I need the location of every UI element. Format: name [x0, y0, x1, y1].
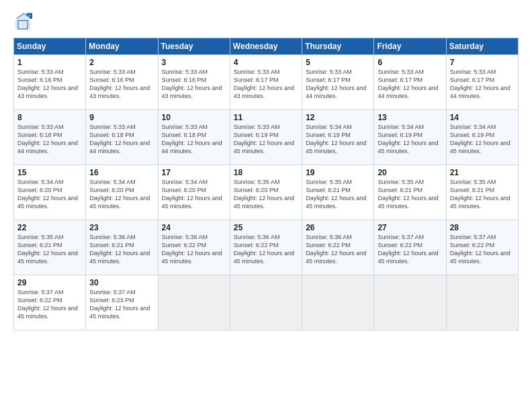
- day-number: 5: [306, 58, 371, 67]
- calendar-cell: 21 Sunrise: 5:35 AMSunset: 6:21 PMDaylig…: [446, 165, 518, 220]
- day-info: Sunrise: 5:35 AMSunset: 6:21 PMDaylight:…: [450, 179, 511, 210]
- day-info: Sunrise: 5:33 AMSunset: 6:16 PMDaylight:…: [162, 68, 222, 99]
- calendar-page: SundayMondayTuesdayWednesdayThursdayFrid…: [0, 0, 532, 411]
- weekday-header-sunday: Sunday: [14, 38, 86, 55]
- weekday-header-monday: Monday: [86, 38, 158, 55]
- day-info: Sunrise: 5:33 AMSunset: 6:16 PMDaylight:…: [89, 68, 150, 99]
- day-info: Sunrise: 5:34 AMSunset: 6:19 PMDaylight:…: [306, 124, 366, 154]
- day-info: Sunrise: 5:34 AMSunset: 6:19 PMDaylight:…: [450, 124, 511, 154]
- calendar-cell: 25 Sunrise: 5:36 AMSunset: 6:22 PMDaylig…: [230, 220, 302, 275]
- calendar-cell: 2 Sunrise: 5:33 AMSunset: 6:16 PMDayligh…: [86, 55, 158, 110]
- calendar-cell: [446, 275, 518, 330]
- calendar-cell: 3 Sunrise: 5:33 AMSunset: 6:16 PMDayligh…: [158, 55, 230, 110]
- day-info: Sunrise: 5:36 AMSunset: 6:22 PMDaylight:…: [306, 234, 366, 265]
- week-row-2: 8 Sunrise: 5:33 AMSunset: 6:18 PMDayligh…: [14, 110, 519, 165]
- day-number: 16: [89, 168, 154, 177]
- day-info: Sunrise: 5:36 AMSunset: 6:22 PMDaylight:…: [234, 234, 294, 265]
- calendar-cell: 17 Sunrise: 5:34 AMSunset: 6:20 PMDaylig…: [158, 165, 230, 220]
- day-number: 20: [378, 168, 443, 177]
- week-row-4: 22 Sunrise: 5:35 AMSunset: 6:21 PMDaylig…: [14, 220, 519, 275]
- calendar-cell: 11 Sunrise: 5:33 AMSunset: 6:19 PMDaylig…: [230, 110, 302, 165]
- day-info: Sunrise: 5:34 AMSunset: 6:19 PMDaylight:…: [378, 124, 438, 154]
- day-number: 19: [306, 168, 371, 177]
- day-info: Sunrise: 5:33 AMSunset: 6:18 PMDaylight:…: [162, 124, 222, 154]
- day-number: 18: [234, 168, 299, 177]
- day-number: 22: [17, 223, 83, 232]
- day-number: 7: [450, 58, 515, 67]
- calendar-cell: [374, 275, 446, 330]
- day-info: Sunrise: 5:37 AMSunset: 6:22 PMDaylight:…: [17, 289, 78, 320]
- weekday-header-thursday: Thursday: [302, 38, 374, 55]
- calendar-cell: 6 Sunrise: 5:33 AMSunset: 6:17 PMDayligh…: [374, 55, 446, 110]
- calendar-cell: [158, 275, 230, 330]
- calendar-cell: 27 Sunrise: 5:37 AMSunset: 6:22 PMDaylig…: [374, 220, 446, 275]
- svg-marker-1: [15, 14, 30, 29]
- calendar-cell: 26 Sunrise: 5:36 AMSunset: 6:22 PMDaylig…: [302, 220, 374, 275]
- day-number: 28: [450, 223, 515, 232]
- calendar-cell: 7 Sunrise: 5:33 AMSunset: 6:17 PMDayligh…: [446, 55, 518, 110]
- calendar-cell: 22 Sunrise: 5:35 AMSunset: 6:21 PMDaylig…: [14, 220, 86, 275]
- calendar-cell: [302, 275, 374, 330]
- calendar-table: SundayMondayTuesdayWednesdayThursdayFrid…: [13, 38, 519, 330]
- calendar-cell: 18 Sunrise: 5:35 AMSunset: 6:20 PMDaylig…: [230, 165, 302, 220]
- calendar-cell: 23 Sunrise: 5:36 AMSunset: 6:21 PMDaylig…: [86, 220, 158, 275]
- day-info: Sunrise: 5:35 AMSunset: 6:21 PMDaylight:…: [306, 179, 366, 210]
- weekday-header-saturday: Saturday: [446, 38, 518, 55]
- calendar-cell: 9 Sunrise: 5:33 AMSunset: 6:18 PMDayligh…: [86, 110, 158, 165]
- logo-icon: [13, 12, 32, 31]
- calendar-cell: 8 Sunrise: 5:33 AMSunset: 6:18 PMDayligh…: [14, 110, 86, 165]
- calendar-cell: [230, 275, 302, 330]
- weekday-header-tuesday: Tuesday: [158, 38, 230, 55]
- logo: [13, 12, 35, 31]
- day-info: Sunrise: 5:35 AMSunset: 6:21 PMDaylight:…: [17, 234, 78, 265]
- calendar-cell: 10 Sunrise: 5:33 AMSunset: 6:18 PMDaylig…: [158, 110, 230, 165]
- calendar-cell: 28 Sunrise: 5:37 AMSunset: 6:22 PMDaylig…: [446, 220, 518, 275]
- calendar-cell: 15 Sunrise: 5:34 AMSunset: 6:20 PMDaylig…: [14, 165, 86, 220]
- day-number: 11: [234, 113, 299, 122]
- day-info: Sunrise: 5:34 AMSunset: 6:20 PMDaylight:…: [162, 179, 222, 210]
- day-number: 13: [378, 113, 443, 122]
- calendar-cell: 4 Sunrise: 5:33 AMSunset: 6:17 PMDayligh…: [230, 55, 302, 110]
- calendar-cell: 24 Sunrise: 5:36 AMSunset: 6:22 PMDaylig…: [158, 220, 230, 275]
- day-info: Sunrise: 5:33 AMSunset: 6:17 PMDaylight:…: [450, 68, 511, 99]
- day-number: 24: [162, 223, 227, 232]
- calendar-cell: 12 Sunrise: 5:34 AMSunset: 6:19 PMDaylig…: [302, 110, 374, 165]
- day-info: Sunrise: 5:33 AMSunset: 6:18 PMDaylight:…: [89, 124, 150, 154]
- day-info: Sunrise: 5:33 AMSunset: 6:17 PMDaylight:…: [306, 68, 366, 99]
- calendar-cell: 20 Sunrise: 5:35 AMSunset: 6:21 PMDaylig…: [374, 165, 446, 220]
- day-info: Sunrise: 5:35 AMSunset: 6:20 PMDaylight:…: [234, 179, 294, 210]
- day-number: 9: [89, 113, 154, 122]
- day-number: 26: [306, 223, 371, 232]
- day-number: 14: [450, 113, 515, 122]
- day-number: 30: [89, 278, 154, 287]
- day-number: 10: [162, 113, 227, 122]
- week-row-1: 1 Sunrise: 5:33 AMSunset: 6:16 PMDayligh…: [14, 55, 519, 110]
- calendar-cell: 1 Sunrise: 5:33 AMSunset: 6:16 PMDayligh…: [14, 55, 86, 110]
- calendar-cell: 19 Sunrise: 5:35 AMSunset: 6:21 PMDaylig…: [302, 165, 374, 220]
- day-number: 23: [89, 223, 154, 232]
- day-number: 15: [17, 168, 83, 177]
- day-number: 25: [234, 223, 299, 232]
- day-info: Sunrise: 5:33 AMSunset: 6:18 PMDaylight:…: [17, 124, 78, 154]
- day-number: 12: [306, 113, 371, 122]
- day-number: 4: [234, 58, 299, 67]
- day-number: 3: [162, 58, 227, 67]
- day-info: Sunrise: 5:33 AMSunset: 6:17 PMDaylight:…: [234, 68, 294, 99]
- weekday-header-row: SundayMondayTuesdayWednesdayThursdayFrid…: [14, 38, 519, 55]
- day-number: 29: [17, 278, 83, 287]
- calendar-cell: 13 Sunrise: 5:34 AMSunset: 6:19 PMDaylig…: [374, 110, 446, 165]
- day-number: 27: [378, 223, 443, 232]
- calendar-cell: 14 Sunrise: 5:34 AMSunset: 6:19 PMDaylig…: [446, 110, 518, 165]
- week-row-5: 29 Sunrise: 5:37 AMSunset: 6:22 PMDaylig…: [14, 275, 519, 330]
- day-info: Sunrise: 5:37 AMSunset: 6:22 PMDaylight:…: [378, 234, 438, 265]
- calendar-cell: 30 Sunrise: 5:37 AMSunset: 6:23 PMDaylig…: [86, 275, 158, 330]
- weekday-header-friday: Friday: [374, 38, 446, 55]
- day-info: Sunrise: 5:36 AMSunset: 6:22 PMDaylight:…: [162, 234, 222, 265]
- day-info: Sunrise: 5:37 AMSunset: 6:23 PMDaylight:…: [89, 289, 150, 320]
- day-number: 21: [450, 168, 515, 177]
- day-number: 17: [162, 168, 227, 177]
- day-info: Sunrise: 5:33 AMSunset: 6:16 PMDaylight:…: [17, 68, 78, 99]
- day-info: Sunrise: 5:33 AMSunset: 6:17 PMDaylight:…: [378, 68, 438, 99]
- header: [13, 12, 519, 31]
- day-number: 2: [89, 58, 154, 67]
